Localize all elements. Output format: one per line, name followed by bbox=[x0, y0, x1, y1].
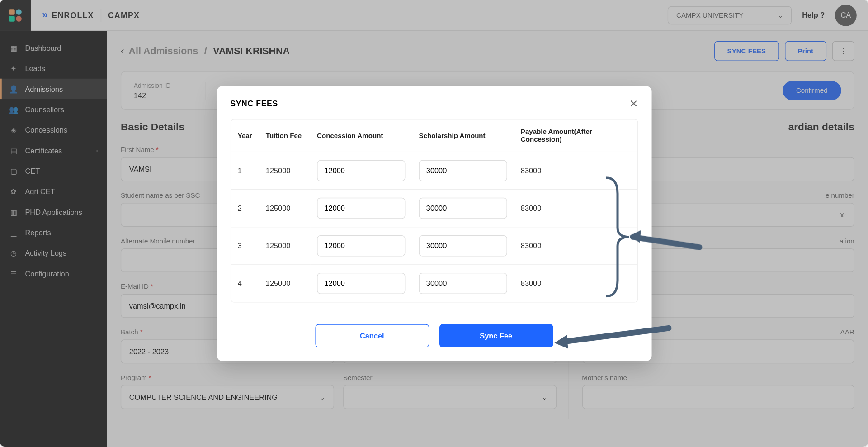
cell-tuition: 125000 bbox=[259, 227, 310, 265]
cell-tuition: 125000 bbox=[259, 190, 310, 227]
cell-payable: 83000 bbox=[514, 265, 637, 302]
cell-year: 2 bbox=[231, 190, 259, 227]
col-scholarship: Scholarship Amount bbox=[412, 119, 514, 152]
table-row: 3 125000 83000 bbox=[231, 227, 637, 265]
cell-payable: 83000 bbox=[514, 190, 637, 227]
col-concession: Concession Amount bbox=[310, 119, 412, 152]
fee-table: Year Tuition Fee Concession Amount Schol… bbox=[230, 119, 637, 302]
table-row: 2 125000 83000 bbox=[231, 190, 637, 227]
cell-payable: 83000 bbox=[514, 227, 637, 265]
concession-input[interactable] bbox=[317, 272, 405, 294]
scholarship-input[interactable] bbox=[419, 235, 507, 256]
cell-tuition: 125000 bbox=[259, 152, 310, 190]
cell-tuition: 125000 bbox=[259, 265, 310, 302]
cell-year: 1 bbox=[231, 152, 259, 190]
concession-input[interactable] bbox=[317, 235, 405, 256]
modal-overlay: SYNC FEES ✕ Year Tuition Fee Concession … bbox=[0, 0, 868, 447]
sync-fees-modal: SYNC FEES ✕ Year Tuition Fee Concession … bbox=[217, 86, 651, 361]
close-icon[interactable]: ✕ bbox=[629, 97, 638, 110]
table-row: 1 125000 83000 bbox=[231, 152, 637, 190]
cell-year: 4 bbox=[231, 265, 259, 302]
concession-input[interactable] bbox=[317, 197, 405, 219]
cell-year: 3 bbox=[231, 227, 259, 265]
table-row: 4 125000 83000 bbox=[231, 265, 637, 302]
scholarship-input[interactable] bbox=[419, 160, 507, 181]
sync-fee-button[interactable]: Sync Fee bbox=[439, 324, 553, 347]
cancel-button[interactable]: Cancel bbox=[315, 324, 429, 347]
scholarship-input[interactable] bbox=[419, 197, 507, 219]
concession-input[interactable] bbox=[317, 160, 405, 181]
col-year: Year bbox=[231, 119, 259, 152]
cell-payable: 83000 bbox=[514, 152, 637, 190]
scholarship-input[interactable] bbox=[419, 272, 507, 294]
col-tuition: Tuition Fee bbox=[259, 119, 310, 152]
col-payable: Payable Amount(After Concession) bbox=[514, 119, 637, 152]
modal-title: SYNC FEES bbox=[230, 99, 278, 108]
